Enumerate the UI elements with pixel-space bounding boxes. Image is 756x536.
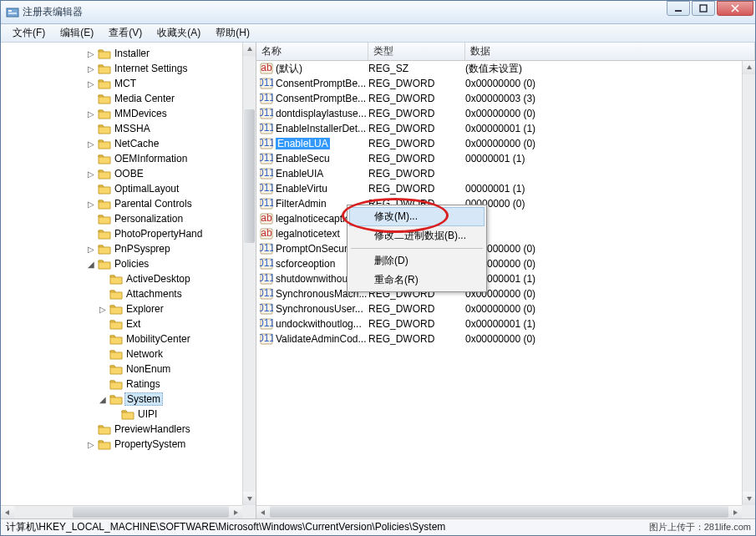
value-row[interactable]: 011EnableSecuREG_DWORD00000001 (1) (256, 151, 742, 166)
tree-item[interactable]: ▷PnPSysprep (4, 241, 242, 256)
scroll-right-icon[interactable] (229, 506, 242, 519)
tree-item[interactable]: ▷Internet Settings (4, 61, 242, 76)
value-name: dontdisplaylastuse... (276, 108, 367, 119)
scroll-up-icon[interactable] (743, 61, 755, 74)
tree-item[interactable]: Ratings (4, 377, 242, 392)
value-row[interactable]: 011PromptOnSecureD...REG_DWORD0x00000000… (256, 241, 742, 256)
value-row[interactable]: 011EnableUIAREG_DWORD (256, 166, 742, 181)
tree-item[interactable]: MSSHA (4, 121, 242, 136)
titlebar[interactable]: 注册表编辑器 (1, 1, 755, 24)
tree-item[interactable]: ▷Explorer (4, 301, 242, 316)
tree-pane: ▷Installer▷Internet Settings▷MCTMedia Ce… (1, 43, 256, 518)
menu-modify[interactable]: 修改(M)... (349, 207, 485, 226)
col-type[interactable]: 类型 (368, 43, 465, 60)
tree-toggle-icon[interactable]: ▷ (86, 245, 96, 254)
folder-icon (98, 213, 111, 225)
tree-item[interactable]: ◢Policies (4, 256, 242, 271)
scroll-up-icon[interactable] (243, 43, 256, 56)
tree-scrollbar-h[interactable] (1, 505, 242, 518)
scroll-down-icon[interactable] (243, 492, 256, 505)
value-row[interactable]: 011FilterAdminREG_DWORD00000000 (0) (256, 196, 742, 211)
list-scrollbar-v[interactable] (742, 61, 755, 505)
close-button[interactable] (717, 1, 753, 16)
scroll-thumb-h[interactable] (73, 507, 229, 518)
tree-item[interactable]: ▷MCT (4, 76, 242, 91)
tree-item[interactable]: PhotoPropertyHand (4, 226, 242, 241)
value-row[interactable]: 011ConsentPromptBe...REG_DWORD0x00000000… (256, 76, 742, 91)
tree-label: UIPI (136, 408, 159, 420)
tree-item[interactable]: OEMInformation (4, 151, 242, 166)
scroll-left-icon[interactable] (256, 506, 270, 519)
svg-text:011: 011 (260, 317, 273, 329)
folder-icon (98, 108, 111, 119)
value-row[interactable]: ablegalnoticecaptionREG_SZ (256, 211, 742, 226)
tree-toggle-icon[interactable]: ▷ (86, 64, 96, 73)
value-row[interactable]: 011SynchronousUser...REG_DWORD0x00000000… (256, 301, 742, 316)
tree-item[interactable]: MobilityCenter (4, 331, 242, 346)
tree-item[interactable]: ▷NetCache (4, 136, 242, 151)
menu-modify-binary[interactable]: 修改二进制数据(B)... (349, 226, 485, 245)
tree-item[interactable]: Ext (4, 316, 242, 331)
tree-item[interactable]: ▷OOBE (4, 166, 242, 181)
minimize-button[interactable] (667, 1, 690, 16)
value-row[interactable]: 011EnableInstallerDet...REG_DWORD0x00000… (256, 121, 742, 136)
scroll-left-icon[interactable] (1, 506, 14, 519)
scroll-thumb-h[interactable] (270, 507, 728, 518)
scroll-thumb[interactable] (244, 109, 255, 243)
col-name[interactable]: 名称 (256, 43, 368, 60)
maximize-button[interactable] (692, 1, 715, 16)
tree-toggle-icon[interactable]: ▷ (98, 305, 108, 314)
tree-item[interactable]: ◢System (4, 392, 242, 407)
tree-toggle-icon[interactable]: ▷ (86, 169, 96, 179)
tree-item[interactable]: ▷PropertySystem (4, 437, 242, 452)
scroll-down-icon[interactable] (743, 492, 755, 505)
menu-view[interactable]: 查看(V) (102, 24, 149, 42)
tree-toggle-icon[interactable]: ▷ (86, 139, 96, 149)
tree-scrollbar-v[interactable] (242, 43, 256, 505)
value-row[interactable]: 011ValidateAdminCod...REG_DWORD0x0000000… (256, 331, 742, 346)
menu-rename[interactable]: 重命名(R) (349, 271, 485, 290)
col-data[interactable]: 数据 (465, 43, 755, 60)
tree-toggle-icon[interactable]: ▷ (86, 49, 96, 58)
tree-item[interactable]: OptimalLayout (4, 181, 242, 196)
tree-item[interactable]: Attachments (4, 286, 242, 301)
tree-toggle-icon[interactable]: ◢ (98, 395, 108, 404)
menu-fav[interactable]: 收藏夹(A) (150, 24, 207, 42)
tree-item[interactable]: Network (4, 346, 242, 362)
scroll-right-icon[interactable] (728, 506, 742, 519)
menu-help[interactable]: 帮助(H) (209, 24, 256, 42)
tree-toggle-icon[interactable]: ▷ (86, 440, 96, 449)
value-row[interactable]: 011ConsentPromptBe...REG_DWORD0x00000003… (256, 91, 742, 106)
value-row[interactable]: 011EnableLUAREG_DWORD0x00000000 (0) (256, 136, 742, 151)
svg-rect-4 (700, 5, 707, 12)
value-row[interactable]: 011dontdisplaylastuse...REG_DWORD0x00000… (256, 106, 742, 121)
value-row[interactable]: 011shutdownwithoutl...REG_DWORD0x0000000… (256, 271, 742, 286)
tree-item[interactable]: ▷MMDevices (4, 106, 242, 121)
tree-item[interactable]: UIPI (4, 407, 242, 422)
tree-label: Personalization (113, 213, 185, 225)
tree-toggle-icon[interactable]: ▷ (86, 200, 96, 209)
tree-toggle-icon[interactable]: ▷ (86, 79, 96, 88)
value-row[interactable]: 011SynchronousMach...REG_DWORD0x00000000… (256, 286, 742, 301)
tree-item[interactable]: ▷Installer (4, 46, 242, 61)
value-name: FilterAdmin (276, 198, 327, 210)
list-scrollbar-h[interactable] (256, 505, 742, 518)
tree-item[interactable]: ActiveDesktop (4, 271, 242, 286)
tree-toggle-icon[interactable]: ◢ (86, 260, 96, 269)
tree-item[interactable]: PreviewHandlers (4, 422, 242, 437)
value-row[interactable]: 011scforceoptionREG_DWORD0x00000000 (0) (256, 256, 742, 271)
tree-item[interactable]: Media Center (4, 91, 242, 106)
tree-item[interactable]: Personalization (4, 211, 242, 226)
value-row[interactable]: ablegalnoticetextREG_SZ (256, 226, 742, 241)
value-row[interactable]: 011undockwithoutlog...REG_DWORD0x0000000… (256, 316, 742, 331)
menu-file[interactable]: 文件(F) (6, 24, 52, 42)
tree-item[interactable]: NonEnum (4, 362, 242, 377)
value-data: 0x00000000 (0) (465, 78, 742, 89)
value-row[interactable]: 011EnableVirtuREG_DWORD00000001 (1) (256, 181, 742, 196)
menu-delete[interactable]: 删除(D) (349, 251, 485, 271)
tree-toggle-icon[interactable]: ▷ (86, 109, 96, 119)
value-row[interactable]: ab(默认)REG_SZ(数值未设置) (256, 61, 742, 76)
tree-item[interactable]: ▷Parental Controls (4, 196, 242, 211)
value-data: 0x00000001 (1) (465, 318, 742, 330)
menu-edit[interactable]: 编辑(E) (53, 24, 100, 42)
